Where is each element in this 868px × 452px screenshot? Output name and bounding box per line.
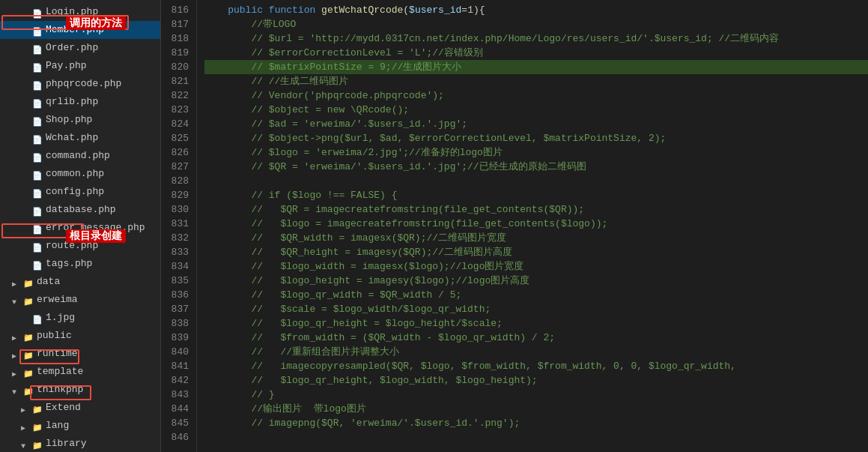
code-line-828 <box>204 174 868 188</box>
tree-label-order-php: Order.php <box>46 40 98 55</box>
arrow-library <box>21 439 30 448</box>
tree-label-erweima: erweima <box>37 292 78 307</box>
code-line-824: // $ad = 'erweima/'.$users_id.'.jpg'; <box>204 117 868 131</box>
file-icon-shop-php: 📄 <box>32 115 43 125</box>
code-line-827: // $QR = 'erweima/'.$users_id.'.jpg';//已… <box>204 160 868 174</box>
tree-label-thinkphp: thinkphp <box>37 382 83 397</box>
folder-icon-template: 📁 <box>23 367 34 377</box>
tree-item-phpqrcode-php[interactable]: 📄phpqrcode.php <box>0 75 160 93</box>
code-line-835: // $logo_height = imagesy($logo);//logo图… <box>204 274 868 288</box>
tree-item-config-php[interactable]: 📄config.php <box>0 183 160 201</box>
tree-label-database-php: database.php <box>46 202 116 217</box>
file-icon-qrlib-php: 📄 <box>32 97 43 107</box>
tree-item-library[interactable]: 📁library <box>0 435 160 452</box>
tree-item-tags-php[interactable]: 📄tags.php <box>0 255 160 273</box>
tree-item-template[interactable]: 📁template <box>0 363 160 381</box>
code-line-843: // } <box>204 388 868 402</box>
tree-label-pay-php: Pay.php <box>46 58 87 73</box>
file-icon-phpqrcode-php: 📄 <box>32 79 43 89</box>
tree-label-1-jpg: 1.jpg <box>46 310 75 325</box>
file-icon-login-php: 📄 <box>32 7 43 17</box>
arrow-lang <box>21 421 30 430</box>
tree-item-command-php[interactable]: 📄command.php <box>0 147 160 165</box>
file-tree[interactable]: 📄Login.php📄Member.php📄Order.php📄Pay.php📄… <box>0 0 161 452</box>
tree-item-member-php[interactable]: 📄Member.php <box>0 21 160 39</box>
arrow-extend <box>21 403 30 412</box>
tree-label-config-php: config.php <box>46 184 104 199</box>
code-line-823: // $object = new \QRcode(); <box>204 103 868 117</box>
tree-item-login-php[interactable]: 📄Login.php <box>0 3 160 21</box>
tree-label-login-php: Login.php <box>46 4 98 19</box>
code-line-818: // $url = 'http://mydd.0317cn.net/index.… <box>204 31 868 46</box>
tree-item-error-message-php[interactable]: 📄error_message.php <box>0 219 160 237</box>
file-icon-config-php: 📄 <box>32 187 43 197</box>
file-icon-common-php: 📄 <box>32 169 43 179</box>
file-icon-pay-php: 📄 <box>32 61 43 71</box>
code-line-825: // $object->png($url, $ad, $errorCorrect… <box>204 131 868 145</box>
tree-item-extend[interactable]: 📁Extend <box>0 399 160 417</box>
line-numbers: 8168178188198208218228238248258268278288… <box>161 0 197 452</box>
tree-label-qrlib-php: qrlib.php <box>46 94 98 109</box>
folder-icon-data: 📁 <box>23 277 34 287</box>
code-line-826: // $logo = 'erweima/2.jpg';//准备好的logo图片 <box>204 145 868 160</box>
code-line-832: // $QR_width = imagesx($QR);//二维码图片宽度 <box>204 231 868 245</box>
tree-item-route-php[interactable]: 📄route.php <box>0 237 160 255</box>
code-line-842: // $logo_qr_height, $logo_width, $logo_h… <box>204 373 868 388</box>
folder-icon-extend: 📁 <box>32 403 43 413</box>
file-icon-tags-php: 📄 <box>32 259 43 269</box>
folder-icon-erweima: 📁 <box>23 295 34 305</box>
code-line-834: // $logo_width = imagesx($logo);//logo图片… <box>204 259 868 274</box>
tree-item-order-php[interactable]: 📄Order.php <box>0 39 160 57</box>
folder-icon-lang: 📁 <box>32 421 43 431</box>
tree-label-phpqrcode-php: phpqrcode.php <box>46 76 121 91</box>
file-icon-wchat-php: 📄 <box>32 133 43 143</box>
tree-item-public[interactable]: 📁public <box>0 327 160 345</box>
tree-item-shop-php[interactable]: 📄Shop.php <box>0 111 160 129</box>
file-icon-command-php: 📄 <box>32 151 43 161</box>
tree-label-template: template <box>37 364 83 379</box>
code-line-817: //带LOGO <box>204 17 868 31</box>
arrow-erweima <box>12 295 21 304</box>
folder-icon-thinkphp: 📁 <box>23 385 34 395</box>
tree-item-thinkphp[interactable]: 📁thinkphp <box>0 381 160 399</box>
arrow-data <box>12 277 21 286</box>
tree-item-common-php[interactable]: 📄common.php <box>0 165 160 183</box>
code-line-838: // $logo_qr_height = $logo_height/$scale… <box>204 316 868 331</box>
file-icon-order-php: 📄 <box>32 43 43 53</box>
tree-label-error-message-php: error_message.php <box>46 220 145 235</box>
tree-label-command-php: command.php <box>46 148 110 163</box>
tree-item-erweima[interactable]: 📁erweima <box>0 291 160 309</box>
file-icon-1-jpg: 📄 <box>32 313 43 323</box>
code-line-845: // imagepng($QR, 'erweima/'.$users_id.'.… <box>204 416 868 430</box>
tree-item-lang[interactable]: 📁lang <box>0 417 160 435</box>
arrow-runtime <box>12 349 21 358</box>
code-editor: 8168178188198208218228238248258268278288… <box>161 0 868 452</box>
tree-item-pay-php[interactable]: 📄Pay.php <box>0 57 160 75</box>
tree-label-lang: lang <box>46 418 69 433</box>
tree-item-wchat-php[interactable]: 📄Wchat.php <box>0 129 160 147</box>
tree-item-data[interactable]: 📁data <box>0 273 160 291</box>
tree-label-tags-php: tags.php <box>46 256 92 271</box>
tree-label-library: library <box>46 436 87 451</box>
code-line-829: // if ($logo !== FALSE) { <box>204 188 868 202</box>
tree-item-runtime[interactable]: 📁runtime <box>0 345 160 363</box>
file-icon-error-message-php: 📄 <box>32 223 43 233</box>
tree-item-1-jpg[interactable]: 📄1.jpg <box>0 309 160 327</box>
file-icon-database-php: 📄 <box>32 205 43 215</box>
code-line-831: // $logo = imagecreatefromstring(file_ge… <box>204 217 868 231</box>
tree-item-qrlib-php[interactable]: 📄qrlib.php <box>0 93 160 111</box>
code-line-830: // $QR = imagecreatefromstring(file_get_… <box>204 202 868 217</box>
tree-label-wchat-php: Wchat.php <box>46 130 98 145</box>
tree-label-data: data <box>37 274 60 289</box>
code-area[interactable]: 8168178188198208218228238248258268278288… <box>161 0 868 452</box>
tree-label-member-php: Member.php <box>46 22 104 37</box>
file-icon-route-php: 📄 <box>32 241 43 251</box>
code-line-840: // //重新组合图片并调整大小 <box>204 345 868 359</box>
arrow-public <box>12 331 21 340</box>
tree-item-database-php[interactable]: 📄database.php <box>0 201 160 219</box>
code-line-839: // $from_width = ($QR_width - $logo_qr_w… <box>204 331 868 345</box>
tree-label-runtime: runtime <box>37 346 78 361</box>
tree-label-common-php: common.php <box>46 166 104 181</box>
code-line-846 <box>204 430 868 445</box>
arrow-thinkphp <box>12 385 21 394</box>
